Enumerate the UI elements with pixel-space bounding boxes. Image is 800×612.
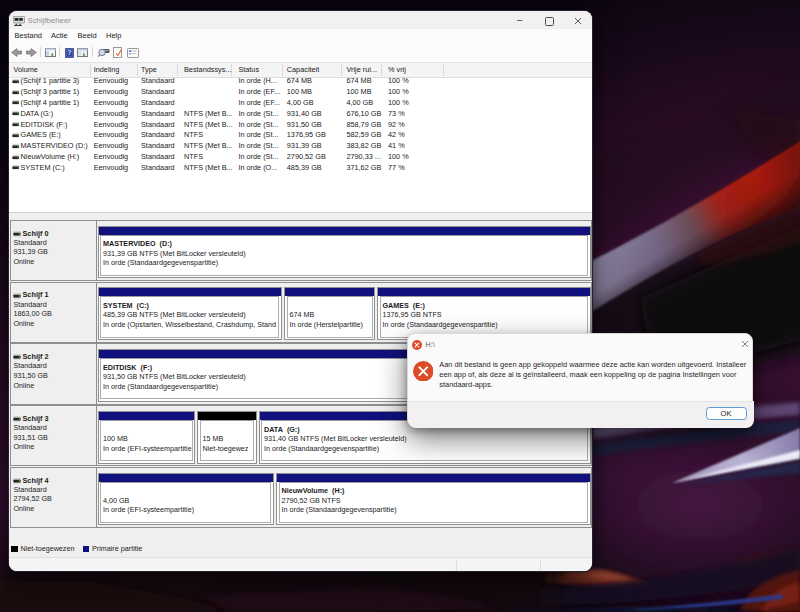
svg-text:?: ? xyxy=(67,49,71,56)
